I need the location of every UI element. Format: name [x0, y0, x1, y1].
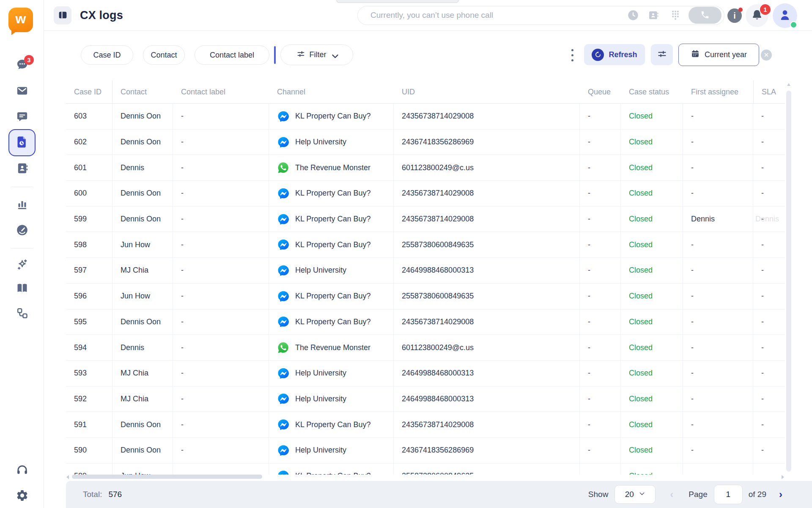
column-header-contact[interactable]: Contact: [112, 80, 173, 104]
scroll-up-arrow[interactable]: [787, 83, 790, 86]
column-header-queue[interactable]: Queue: [580, 80, 621, 104]
sidebar-item-dashboard[interactable]: [0, 224, 44, 238]
table-row[interactable]: 592MJ Chia-Help University24649988468000…: [66, 387, 785, 412]
table-row[interactable]: 598Jun How-KL Property Can Buy?255873806…: [66, 232, 785, 258]
table-row[interactable]: 593MJ Chia-Help University24649988468000…: [66, 361, 785, 387]
table-row[interactable]: 591Dennis Oon-KL Property Can Buy?243567…: [66, 412, 785, 438]
messenger-icon: [277, 238, 290, 251]
vertical-scrollbar-thumb[interactable]: [786, 91, 791, 472]
cell-case-id: 596: [66, 284, 112, 309]
call-history-icon[interactable]: [627, 9, 639, 21]
cell-contact-label: -: [173, 258, 269, 284]
horizontal-scrollbar-thumb[interactable]: [72, 475, 262, 479]
sidebar-item-integrations[interactable]: [0, 306, 44, 321]
table-row[interactable]: 602Dennis Oon-Help University24367418356…: [66, 130, 785, 155]
cell-channel: KL Property Can Buy?: [269, 464, 394, 475]
cell-contact: Dennis Oon: [112, 104, 173, 130]
cell-first-assignee: -: [683, 309, 753, 335]
chip-contact[interactable]: Contact: [143, 45, 185, 65]
messenger-icon: [277, 110, 290, 123]
cell-case-id: 592: [66, 387, 112, 412]
cell-contact: Jun How: [112, 284, 173, 309]
page-number-input[interactable]: [714, 485, 743, 504]
cell-contact-label: -: [173, 387, 269, 412]
sidebar-item-knowledge-base[interactable]: [0, 282, 44, 296]
column-header-sla[interactable]: SLA: [753, 80, 785, 104]
scroll-left-arrow[interactable]: [66, 475, 69, 479]
more-options-button[interactable]: [567, 45, 577, 65]
dialpad-icon[interactable]: [669, 9, 681, 21]
workflow-icon: [16, 306, 29, 321]
table-row[interactable]: 589Jun How-KL Property Can Buy?255873806…: [66, 464, 785, 475]
sidebar-item-analytics[interactable]: [0, 197, 44, 212]
sidebar-item-cx-logs[interactable]: [8, 129, 36, 156]
phone-call-bar: Currently, you can’t use phone call: [357, 6, 724, 25]
cell-case-id: 601: [66, 155, 112, 181]
cell-contact: Jun How: [112, 232, 173, 258]
chip-contact-label[interactable]: Contact label: [195, 45, 269, 65]
info-button[interactable]: i: [727, 8, 742, 23]
cell-case-status: Closed: [621, 387, 683, 412]
notifications-button[interactable]: 1: [746, 4, 768, 27]
table-row[interactable]: 595Dennis Oon-KL Property Can Buy?243567…: [66, 309, 785, 335]
sidebar-item-support[interactable]: [0, 463, 44, 477]
pagination-bar: Total: 576 Show 20 ‹ Page of 29 ›: [66, 481, 812, 508]
table-row[interactable]: 594Dennis-The Revenue Monster60112380024…: [66, 335, 785, 361]
online-status-dot: [790, 21, 797, 28]
refresh-icon: [592, 49, 604, 61]
avatar[interactable]: [773, 3, 797, 28]
column-header-case-status[interactable]: Case status: [621, 80, 683, 104]
column-header-uid[interactable]: UID: [394, 80, 580, 104]
cell-case-id: 603: [66, 104, 112, 130]
column-header-contact-label[interactable]: Contact label: [173, 80, 269, 104]
chip-case-id[interactable]: Case ID: [81, 45, 133, 65]
chat-badge: 3: [24, 55, 34, 65]
cell-channel: Help University: [269, 130, 394, 155]
sidebar-item-broadcast[interactable]: [0, 110, 44, 124]
clear-date-filter-button[interactable]: ✕: [761, 50, 772, 61]
adjustments-icon: [657, 49, 667, 60]
cell-queue: -: [580, 438, 621, 464]
previous-page-button[interactable]: ‹: [670, 489, 673, 500]
phone-call-button[interactable]: [689, 7, 721, 24]
table-row[interactable]: 601Dennis-The Revenue Monster60112380024…: [66, 155, 785, 181]
column-settings-button[interactable]: [651, 44, 673, 65]
cell-case-id: 589: [66, 464, 112, 475]
cell-channel: The Revenue Monster: [269, 155, 394, 181]
page-size-select[interactable]: 20: [614, 485, 656, 504]
brand-logo[interactable]: w: [8, 8, 33, 32]
column-header-first-assignee[interactable]: First assignee: [683, 80, 753, 104]
cell-queue: -: [580, 412, 621, 438]
sidebar-item-contacts[interactable]: [0, 162, 44, 176]
cell-first-assignee: -: [683, 464, 753, 475]
filter-button[interactable]: Filter: [280, 44, 353, 65]
table-row[interactable]: 599Dennis Oon-KL Property Can Buy?243567…: [66, 207, 785, 232]
column-header-channel[interactable]: Channel: [269, 80, 394, 104]
cell-channel: Help University: [269, 438, 394, 464]
sidebar-collapse-button[interactable]: [54, 6, 71, 25]
scroll-right-arrow[interactable]: [782, 475, 784, 479]
info-alert-dot: [738, 8, 743, 12]
sidebar-item-ai-assistant[interactable]: [0, 258, 44, 273]
table-row[interactable]: 600Dennis Oon-KL Property Can Buy?243567…: [66, 181, 785, 207]
horizontal-scrollbar[interactable]: [66, 474, 785, 480]
gear-icon: [16, 489, 29, 504]
table-row[interactable]: 590Dennis Oon-Help University24367418356…: [66, 438, 785, 464]
contact-card-icon[interactable]: [647, 9, 659, 21]
calendar-icon: [691, 49, 700, 61]
panel-collapse-icon: [58, 10, 68, 22]
sidebar-item-chats[interactable]: [0, 58, 44, 72]
sidebar-item-settings[interactable]: [0, 489, 44, 503]
column-header-case-id[interactable]: Case ID: [66, 80, 112, 104]
refresh-button[interactable]: Refresh: [584, 44, 645, 65]
vertical-scrollbar[interactable]: [786, 81, 791, 474]
table-row[interactable]: 603Dennis Oon-KL Property Can Buy?243567…: [66, 104, 785, 130]
sidebar-item-mail[interactable]: [0, 84, 44, 99]
cell-case-status: Closed: [621, 155, 683, 181]
table-row[interactable]: 596Jun How-KL Property Can Buy?255873806…: [66, 284, 785, 309]
cell-channel: The Revenue Monster: [269, 335, 394, 361]
cell-uid: 24356738714029008: [394, 181, 580, 207]
table-row[interactable]: 597MJ Chia-Help University24649988468000…: [66, 258, 785, 284]
next-page-button[interactable]: ›: [779, 489, 782, 500]
date-filter-button[interactable]: Current year: [678, 44, 759, 66]
